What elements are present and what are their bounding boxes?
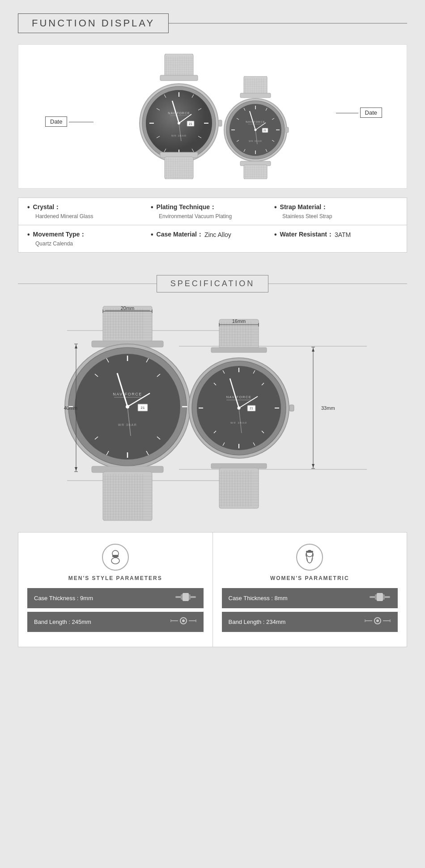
bullet: • — [27, 231, 30, 239]
plating-value: Environmental Vacuum Plating — [159, 213, 274, 219]
svg-text:21: 21 — [189, 122, 192, 125]
svg-text:NAVIFORCE: NAVIFORCE — [246, 120, 265, 123]
svg-rect-268 — [289, 405, 294, 411]
womens-params-col: WOMEN'S PARAMETRIC Case Thickness : 8mm … — [213, 533, 407, 647]
svg-point-109 — [255, 129, 257, 131]
svg-marker-316 — [312, 464, 314, 468]
svg-text:WR 3BAR: WR 3BAR — [118, 423, 137, 426]
svg-rect-269 — [211, 464, 267, 468]
svg-marker-309 — [75, 345, 77, 348]
spec-water: • Water Resistant： 3ATM — [274, 231, 398, 241]
bullet: • — [27, 203, 30, 211]
watch-container: NAVIFORCE 21 WR 3BAR — [130, 54, 295, 179]
spec-strap: • Strap Material： Stainless Steel Strap — [274, 203, 398, 219]
svg-text:WR 3BAR: WR 3BAR — [230, 421, 247, 424]
mens-thickness-label: Case Thickness : 9mm — [34, 595, 93, 602]
bullet: • — [274, 203, 277, 211]
function-section: FUNCTION DISPLAY Date Date — [0, 0, 425, 271]
svg-rect-243 — [211, 348, 267, 352]
watch-small-svg: NAVIFORCE 21 WR 3BAR — [219, 76, 295, 179]
date-label-right: Date — [360, 107, 382, 118]
svg-rect-188 — [103, 472, 152, 521]
spec-line-left — [18, 284, 157, 284]
svg-marker-310 — [75, 467, 77, 471]
function-title: FUNCTION DISPLAY — [18, 13, 169, 33]
specification-section: SPECIFICATION — [0, 271, 425, 656]
band-icon-w — [364, 616, 391, 627]
svg-text:21: 21 — [250, 407, 253, 410]
bullet: • — [274, 231, 277, 239]
womens-icon — [296, 544, 323, 571]
movement-label: Movement Type： — [33, 231, 86, 239]
band-icon — [170, 616, 197, 627]
svg-text:21: 21 — [141, 406, 145, 410]
womens-band-bar: Band Length : 234mm — [222, 612, 398, 632]
svg-point-43 — [178, 122, 180, 125]
spec-case: • Case Material： Zinc Alloy — [151, 231, 274, 241]
svg-text:16mm: 16mm — [232, 318, 246, 324]
spec-title-wrapper: SPECIFICATION — [18, 275, 407, 292]
svg-rect-333 — [377, 593, 383, 601]
mens-title: MEN'S STYLE PARAMETERS — [68, 575, 162, 581]
svg-text:WR 3BAR: WR 3BAR — [249, 140, 262, 142]
spec-title: SPECIFICATION — [157, 275, 269, 292]
svg-text:NAVIFORCE: NAVIFORCE — [113, 392, 142, 396]
watch-display-area: Date Date — [18, 44, 407, 189]
spec-plating: • Plating Technique： Environmental Vacuu… — [151, 203, 274, 219]
crystal-label: Crystal： — [33, 203, 60, 211]
svg-text:21: 21 — [264, 129, 267, 132]
svg-text:NAVIFORCE: NAVIFORCE — [226, 395, 252, 399]
mens-icon — [102, 544, 129, 571]
svg-point-319 — [111, 558, 119, 564]
specs-table: • Crystal： Hardened Mineral Glass • Plat… — [18, 198, 407, 253]
svg-rect-129 — [285, 127, 289, 133]
mens-params-col: MEN'S STYLE PARAMETERS Case Thickness : … — [18, 533, 213, 647]
crystal-value: Hardened Mineral Glass — [35, 213, 151, 219]
svg-rect-323 — [183, 593, 189, 601]
svg-rect-70 — [218, 120, 222, 126]
svg-rect-21 — [160, 75, 198, 81]
thickness-icon-w — [369, 593, 391, 604]
mens-icon-area: MEN'S STYLE PARAMETERS — [27, 544, 204, 581]
svg-rect-320 — [112, 555, 119, 557]
specs-row-2: • Movement Type： Quartz Calenda • Case M… — [18, 225, 407, 252]
spec-crystal: • Crystal： Hardened Mineral Glass — [27, 203, 151, 219]
womens-thickness-bar: Case Thickness : 8mm — [222, 588, 398, 608]
water-value-inline: 3ATM — [335, 231, 351, 238]
function-title-wrapper: FUNCTION DISPLAY — [18, 13, 407, 33]
bullet: • — [151, 203, 153, 211]
svg-text:40mm: 40mm — [64, 405, 78, 411]
womens-band-label: Band Length : 234mm — [229, 619, 286, 625]
svg-point-337 — [376, 619, 379, 622]
svg-rect-48 — [165, 157, 193, 179]
title-line — [169, 23, 407, 24]
womens-icon-area: WOMEN'S PARAMETRIC — [222, 544, 398, 581]
movement-value: Quartz Calenda — [35, 241, 151, 247]
svg-rect-0 — [165, 54, 193, 78]
strap-label: Strap Material： — [280, 203, 328, 211]
mens-band-label: Band Length : 245mm — [34, 619, 91, 625]
svg-rect-88 — [240, 93, 271, 98]
spec-diagram: NAVIFORCE 21 WR 3BAR — [18, 306, 407, 521]
svg-point-264 — [238, 407, 241, 410]
watch-large-svg: NAVIFORCE 21 WR 3BAR — [130, 54, 228, 179]
svg-rect-270 — [219, 468, 259, 508]
specs-row-1: • Crystal： Hardened Mineral Glass • Plat… — [18, 198, 407, 225]
bullet: • — [151, 231, 153, 239]
svg-point-182 — [126, 405, 129, 408]
spec-diagram-svg: NAVIFORCE 21 WR 3BAR — [18, 306, 407, 521]
case-label: Case Material： — [157, 231, 203, 239]
svg-text:WR 3BAR: WR 3BAR — [171, 134, 187, 137]
date-label-left: Date — [45, 116, 67, 127]
params-container: MEN'S STYLE PARAMETERS Case Thickness : … — [18, 532, 407, 647]
strap-value: Stainless Steel Strap — [282, 213, 398, 219]
thickness-icon — [174, 593, 197, 604]
womens-thickness-label: Case Thickness : 8mm — [229, 595, 288, 602]
water-label: Water Resistant： — [280, 231, 333, 239]
mens-band-bar: Band Length : 245mm — [27, 612, 204, 632]
svg-text:20mm: 20mm — [121, 306, 135, 311]
plating-label: Plating Technique： — [157, 203, 217, 211]
spec-line-right — [268, 284, 407, 284]
womens-title: WOMEN'S PARAMETRIC — [270, 575, 349, 581]
svg-text:NAVIFORCE: NAVIFORCE — [168, 112, 190, 115]
